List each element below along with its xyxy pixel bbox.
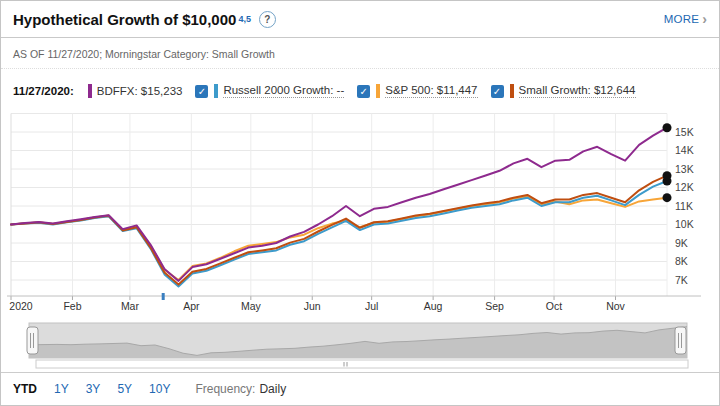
growth-chart-card: 15K14K13K12K11K10K9K8K7K2020FebMarAprMay…	[0, 0, 720, 406]
more-link-label: MORE	[664, 13, 699, 25]
y-axis-tick-label: 9K	[675, 237, 688, 249]
legend-row: 11/27/2020: BDFFX: $15,233✓Russell 2000 …	[13, 77, 713, 105]
legend-swatch-russell-2000-growth	[214, 84, 218, 98]
legend-label-russell-2000-growth[interactable]: Russell 2000 Growth: --	[223, 84, 344, 98]
series-end-marker-small-growth	[663, 171, 672, 180]
distribution-event-marker[interactable]	[162, 293, 165, 300]
legend-item-russell-2000-growth: ✓Russell 2000 Growth: --	[195, 84, 344, 98]
legend-item-small-growth: ✓Small Growth: $12,644	[491, 84, 636, 98]
series-line-s-p-500[interactable]	[11, 197, 667, 280]
range-button-10y[interactable]: 10Y	[149, 382, 170, 396]
legend-label-s-p-500[interactable]: S&P 500: $11,447	[385, 84, 477, 98]
x-axis-tick-label: 2020	[9, 300, 33, 312]
legend-checkbox-russell-2000-growth[interactable]: ✓	[195, 85, 208, 98]
range-button-1y[interactable]: 1Y	[54, 382, 69, 396]
legend-swatch-s-p-500	[376, 84, 380, 98]
legend-label-small-growth[interactable]: Small Growth: $12,644	[519, 84, 636, 98]
footer-controls: YTD1Y3Y5Y10YFrequency: Daily	[1, 372, 719, 405]
legend-checkbox-small-growth[interactable]: ✓	[491, 85, 504, 98]
x-axis-tick-label: Jul	[365, 300, 378, 312]
x-axis-tick-label: Mar	[121, 300, 140, 312]
y-axis-tick-label: 8K	[675, 255, 688, 267]
x-axis-tick-label: Apr	[183, 300, 200, 312]
x-axis-tick-label: Nov	[606, 300, 625, 312]
frequency-label: Frequency:	[195, 382, 255, 396]
navigator-left-handle[interactable]	[27, 327, 38, 354]
legend-label-bdffx: BDFFX: $15,233	[97, 85, 183, 97]
y-axis-tick-label: 13K	[675, 163, 694, 175]
series-end-marker-s-p-500	[663, 193, 672, 202]
range-button-ytd[interactable]: YTD	[13, 382, 37, 396]
more-link[interactable]: MORE ›	[664, 11, 707, 27]
legend-item-bdffx: BDFFX: $15,233	[88, 84, 183, 98]
legend-swatch-bdffx	[88, 84, 92, 98]
x-axis-tick-label: Oct	[546, 300, 562, 312]
range-button-3y[interactable]: 3Y	[86, 382, 101, 396]
chart-header: Hypothetical Growth of $10,000 4,5 ? MOR…	[1, 1, 719, 38]
x-axis-tick-label: Jun	[304, 300, 321, 312]
y-axis-tick-label: 14K	[675, 144, 694, 156]
legend-date-label: 11/27/2020:	[13, 85, 74, 97]
range-button-5y[interactable]: 5Y	[117, 382, 132, 396]
y-axis-tick-label: 11K	[675, 200, 693, 212]
y-axis-tick-label: 12K	[675, 181, 694, 193]
legend-item-s-p-500: ✓S&P 500: $11,447	[357, 84, 477, 98]
as-of-line: AS OF 11/27/2020; Morningstar Category: …	[1, 39, 719, 69]
frequency-value[interactable]: Daily	[259, 382, 286, 396]
legend-swatch-small-growth	[510, 84, 514, 98]
series-line-small-growth[interactable]	[11, 176, 667, 285]
x-axis-tick-label: May	[241, 300, 262, 312]
series-line-russell-2000-growth[interactable]	[11, 181, 667, 287]
help-icon[interactable]: ?	[259, 11, 276, 28]
chevron-right-icon: ›	[702, 11, 707, 27]
x-axis-tick-label: Aug	[424, 300, 443, 312]
x-axis-tick-label: Feb	[63, 300, 81, 312]
y-axis-tick-label: 15K	[675, 126, 694, 138]
navigator-right-handle[interactable]	[675, 327, 686, 354]
legend-checkbox-s-p-500[interactable]: ✓	[357, 85, 370, 98]
series-end-marker-bdffx	[663, 123, 672, 132]
footnote-superscript: 4,5	[238, 14, 251, 24]
chart-scrollbar-track[interactable]	[36, 360, 688, 368]
page-title: Hypothetical Growth of $10,000	[13, 11, 236, 28]
y-axis-tick-label: 7K	[675, 274, 688, 286]
y-axis-tick-label: 10K	[675, 218, 694, 230]
x-axis-tick-label: Sep	[485, 300, 504, 312]
